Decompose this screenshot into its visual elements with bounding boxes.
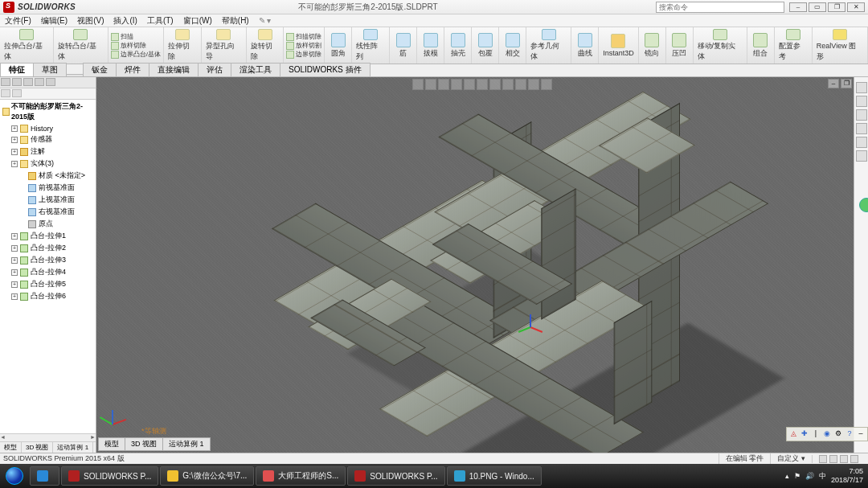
cmdtab-evaluate[interactable]: 评估: [198, 63, 231, 76]
tp-red-icon[interactable]: ◬: [788, 429, 798, 439]
vp-max-icon[interactable]: ❐: [841, 79, 852, 88]
cmdtab-weld[interactable]: 焊件: [116, 63, 149, 76]
taskbar-item-5[interactable]: 10.PNG - Windo...: [447, 466, 542, 486]
tree-node-6[interactable]: 上视基准面: [0, 194, 96, 206]
taskbar-item-3[interactable]: 大师工程师的S...: [256, 466, 346, 486]
tree-filter-icon[interactable]: [1, 89, 10, 97]
tree-node-1[interactable]: +传感器: [0, 133, 96, 146]
rb-configref[interactable]: 配置参考: [775, 27, 813, 64]
vtab-motion[interactable]: 运动算例 1: [162, 437, 211, 451]
rb-refgeom[interactable]: 参考几何体: [526, 27, 571, 64]
tray-up-icon[interactable]: ▴: [785, 472, 789, 480]
expand-icon[interactable]: +: [11, 293, 18, 300]
tree-node-10[interactable]: +凸台-拉伸2: [0, 242, 96, 254]
tree-node-7[interactable]: 右视基准面: [0, 206, 96, 218]
tree-node-0[interactable]: +History: [0, 124, 96, 133]
expand-icon[interactable]: +: [11, 125, 18, 132]
tree-node-3[interactable]: +实体(3): [0, 158, 96, 170]
taskbar-item-0[interactable]: [30, 466, 59, 486]
tree-node-8[interactable]: 原点: [0, 218, 96, 230]
tree-node-4[interactable]: 材质 <未指定>: [0, 170, 96, 182]
rb-rib[interactable]: 筋: [390, 27, 417, 64]
taskbar-item-1[interactable]: SOLIDWORKS P...: [61, 466, 158, 486]
expand-icon[interactable]: +: [11, 257, 18, 264]
hud-prevview-icon[interactable]: [438, 79, 449, 90]
tree-node-11[interactable]: +凸台-拉伸3: [0, 254, 96, 266]
tp-view-icon[interactable]: ◉: [822, 429, 832, 439]
tree-node-12[interactable]: +凸台-拉伸4: [0, 266, 96, 278]
tree-node-9[interactable]: +凸台-拉伸1: [0, 230, 96, 242]
status-flag-icon[interactable]: [850, 455, 858, 463]
status-unit-icon[interactable]: [819, 455, 827, 463]
tree-tab-dim-icon[interactable]: [35, 78, 44, 86]
expand-icon[interactable]: +: [11, 281, 18, 288]
status-rebuild-icon[interactable]: [840, 455, 848, 463]
hud-zoomfit-icon[interactable]: [412, 79, 424, 90]
rb-hole-wizard[interactable]: 异型孔向导: [202, 27, 247, 64]
hud-viewset-icon[interactable]: [528, 79, 539, 90]
rb-cut-group[interactable]: 扫描切除 放样切割 边界切除: [284, 27, 325, 64]
tree-node-2[interactable]: +注解: [0, 146, 96, 158]
rb-curves[interactable]: 曲线: [571, 27, 599, 64]
tp-viewpalette-icon[interactable]: [856, 123, 867, 134]
tp-blu-icon[interactable]: ✚: [800, 429, 809, 439]
tree-node-5[interactable]: 前视基准面: [0, 182, 96, 194]
hud-vieworient-icon[interactable]: [464, 79, 475, 90]
rb-indent[interactable]: 压凹: [666, 27, 694, 64]
viewport-3d[interactable]: – ❐ ✕: [96, 77, 868, 453]
ttab-3dview[interactable]: 3D 视图: [22, 442, 53, 453]
cmdtab-addins[interactable]: SOLIDWORKS 插件: [280, 63, 371, 76]
expand-icon[interactable]: +: [11, 149, 18, 155]
rb-revolve-boss[interactable]: 旋转凸台/基体: [54, 27, 108, 64]
expand-icon[interactable]: +: [11, 161, 18, 167]
status-mmgs-icon[interactable]: [829, 455, 837, 463]
hud-appearance-icon[interactable]: [502, 79, 514, 90]
hud-scene-icon[interactable]: [515, 79, 526, 90]
cmdtab-render[interactable]: 渲染工具: [231, 63, 280, 76]
vp-min-icon[interactable]: –: [828, 79, 839, 88]
taskbar-item-4[interactable]: SOLIDWORKS P...: [347, 466, 444, 486]
rb-extrude-cut[interactable]: 拉伸切除: [164, 27, 202, 64]
rb-movecopy[interactable]: 移动/复制实体: [694, 27, 747, 64]
tree-hscroll[interactable]: [0, 433, 96, 441]
tp-appearances-icon[interactable]: [856, 137, 867, 148]
minimize-button[interactable]: –: [789, 2, 807, 12]
tree-filter2-icon[interactable]: [12, 89, 22, 97]
menu-edit[interactable]: 编辑(E): [36, 15, 72, 27]
cmdtab-directedit[interactable]: 直接编辑: [149, 63, 199, 76]
cmdtab-surface[interactable]: [66, 74, 84, 76]
hud-displaystyle-icon[interactable]: [477, 79, 488, 90]
tray-vol-icon[interactable]: 🔊: [805, 472, 814, 480]
taskbar-item-2[interactable]: G:\微信公众号\7...: [160, 466, 254, 486]
rb-wrap[interactable]: 包覆: [472, 27, 499, 64]
view-triad-icon[interactable]: [104, 400, 137, 432]
restore-sub-button[interactable]: ▭: [809, 2, 826, 12]
hud-render-icon[interactable]: [541, 79, 552, 90]
tree-tab-fm-icon[interactable]: [1, 78, 10, 86]
tp-forum-icon[interactable]: [859, 198, 868, 212]
tree-tab-pm-icon[interactable]: [12, 78, 22, 86]
menu-window[interactable]: 窗口(W): [178, 15, 217, 27]
tp-help-icon[interactable]: ?: [845, 429, 854, 439]
menu-help[interactable]: 帮助(H): [217, 15, 254, 27]
ttab-motion[interactable]: 运动算例 1: [53, 442, 93, 453]
tray-net-icon[interactable]: ⚑: [794, 472, 800, 480]
expand-icon[interactable]: +: [11, 137, 18, 143]
tp-designlib-icon[interactable]: [856, 96, 867, 107]
cmdtab-features[interactable]: 特征: [0, 63, 34, 76]
start-button[interactable]: [0, 465, 29, 487]
menu-insert[interactable]: 插入(I): [108, 15, 141, 27]
menu-file[interactable]: 文件(F): [0, 15, 36, 27]
tree-root[interactable]: 不可能的彭罗斯三角2-2015版: [0, 100, 96, 124]
status-custom[interactable]: 自定义 ▾: [770, 453, 812, 464]
ttab-model[interactable]: 模型: [0, 442, 22, 453]
cmdtab-sketch[interactable]: 草图: [33, 63, 67, 76]
tray-ime-icon[interactable]: 中: [819, 471, 826, 482]
rb-pattern[interactable]: 线性阵列: [352, 27, 390, 64]
rb-revolve-cut[interactable]: 旋转切除: [247, 27, 285, 64]
expand-icon[interactable]: +: [11, 269, 18, 276]
hud-zoomarea-icon[interactable]: [425, 79, 436, 90]
tray-clock[interactable]: 7:05 2018/7/17: [831, 467, 863, 485]
rb-sweep-group[interactable]: 扫描 放样切除 边界凸台/基体: [108, 27, 164, 64]
rb-realview[interactable]: RealView 图形: [813, 27, 868, 64]
